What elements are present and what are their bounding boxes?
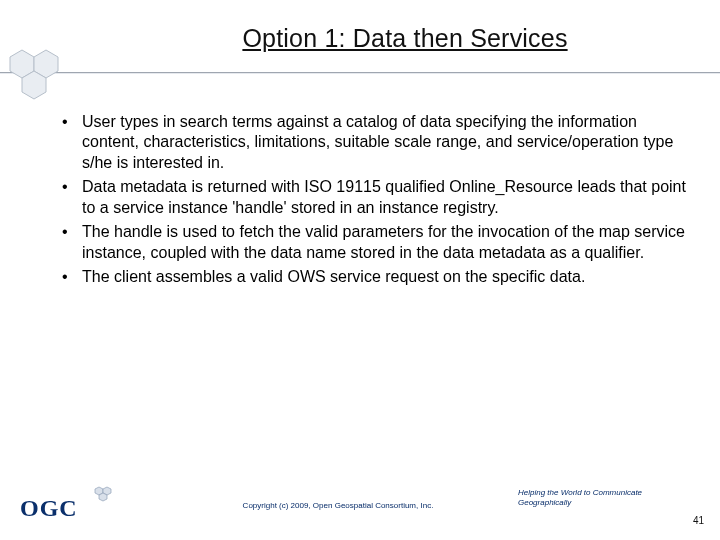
- tagline-text: Helping the World to Communicate Geograp…: [518, 488, 678, 508]
- slide-title: Option 1: Data then Services: [242, 24, 567, 52]
- page-number: 41: [693, 515, 704, 526]
- hexagon-ornament-icon: [4, 48, 76, 108]
- bullet-item: User types in search terms against a cat…: [62, 112, 690, 173]
- bullet-list: User types in search terms against a cat…: [62, 112, 690, 292]
- slide-title-wrap: Option 1: Data then Services: [150, 24, 660, 53]
- bullet-item: Data metadata is returned with ISO 19115…: [62, 177, 690, 218]
- svg-marker-5: [99, 493, 107, 501]
- ogc-logo: OGC: [20, 495, 78, 522]
- logo-hex-icon: [94, 486, 112, 506]
- bullet-item: The handle is used to fetch the valid pa…: [62, 222, 690, 263]
- bullet-item: The client assembles a valid OWS service…: [62, 267, 690, 287]
- copyright-text: Copyright (c) 2009, Open Geospatial Cons…: [220, 501, 456, 510]
- title-divider: [0, 72, 720, 74]
- slide-footer: OGC Copyright (c) 2009, Open Geospatial …: [20, 482, 706, 528]
